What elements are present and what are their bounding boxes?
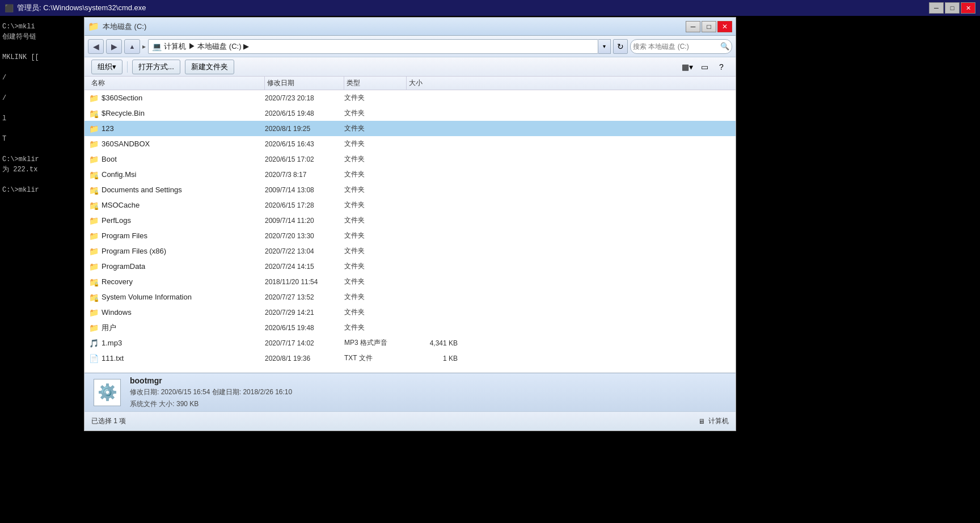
file-date-cell: 2020/7/22 13:04 [265,247,344,255]
file-name-cell: 📁 Program Files [89,231,265,241]
table-row[interactable]: 📁 🔒 Documents and Settings 2009/7/14 13:… [85,182,736,197]
file-type-cell: 文件夹 [344,185,407,195]
file-date-cell: 2020/6/15 16:43 [265,140,344,148]
explorer-window: 📁 本地磁盘 (C:) ─ □ ✕ ◀ ▶ ▲ ▸ 💻 计算机 ▶ 本地磁盘 (… [84,17,736,431]
file-name-cell: 📁 🔒 $Recycle.Bin [89,109,265,118]
table-row[interactable]: 📁 Program Files (x86) 2020/7/22 13:04 文件… [85,243,736,259]
table-row[interactable]: 📁 ProgramData 2020/7/24 14:15 文件夹 [85,259,736,274]
column-header-name[interactable]: 名称 [89,77,265,90]
cmd-maximize-button[interactable]: □ [945,2,960,14]
address-dropdown-button[interactable]: ▾ [598,39,611,54]
table-row[interactable]: 📁 🔒 Config.Msi 2020/7/3 8:17 文件夹 [85,167,736,182]
file-name-cell: 📁 🔒 MSOCache [89,201,265,210]
preview-file-icon: ⚙️ [98,383,117,402]
file-type-cell: 文件夹 [344,154,407,164]
folder-icon: 📁 [89,308,98,317]
table-row[interactable]: 📁 🔒 System Volume Information 2020/7/27 … [85,289,736,305]
file-name-text: Windows [102,308,132,317]
forward-button[interactable]: ▶ [106,39,122,54]
file-name-text: 123 [102,124,114,133]
file-name-cell: 📁 $360Section [89,94,265,103]
file-name-cell: 📁 用户 [89,323,265,333]
file-name-text: ProgramData [102,262,145,271]
file-name-cell: 📁 Program Files (x86) [89,247,265,256]
file-type-cell: 文件夹 [344,216,407,225]
cmd-controls: ─ □ ✕ [929,2,975,14]
table-row[interactable]: 📁 123 2020/8/1 19:25 文件夹 [85,121,736,136]
file-date-cell: 2009/7/14 11:20 [265,217,344,225]
table-row[interactable]: 📁 PerfLogs 2009/7/14 11:20 文件夹 [85,213,736,228]
file-date-cell: 2020/7/27 13:52 [265,293,344,301]
file-date-cell: 2020/6/15 17:02 [265,155,344,163]
table-row[interactable]: 📄 111.txt 2020/8/1 19:36 TXT 文件 1 KB [85,351,736,366]
navigation-bar: ◀ ▶ ▲ ▸ 💻 计算机 ▶ 本地磁盘 (C:) ▶ ▾ ↻ 🔍 [85,36,736,57]
folder-icon: 📁 [89,247,98,256]
table-row[interactable]: 📁 🔒 MSOCache 2020/6/15 17:28 文件夹 [85,197,736,213]
table-row[interactable]: 📁 🔒 $Recycle.Bin 2020/6/15 19:48 文件夹 [85,106,736,121]
file-name-cell: 🎵 1.mp3 [89,339,265,348]
explorer-title: 本地磁盘 (C:) [103,22,146,32]
preview-meta-1: 修改日期: 2020/6/15 16:54 创建日期: 2018/2/26 16… [130,387,292,397]
file-type-cell: TXT 文件 [344,353,407,363]
table-row[interactable]: 📁 Boot 2020/6/15 17:02 文件夹 [85,151,736,167]
file-name-cell: 📁 🔒 Documents and Settings [89,185,265,195]
table-row[interactable]: 📁 $360Section 2020/7/23 20:18 文件夹 [85,90,736,106]
file-name-text: 360SANDBOX [102,140,150,148]
preview-filename: bootmgr [130,376,292,385]
table-row[interactable]: 📁 🔒 Recovery 2018/11/20 11:54 文件夹 [85,274,736,289]
file-date-cell: 2020/7/29 14:21 [265,309,344,317]
column-header-size[interactable]: 大小 [407,77,458,90]
view-toggle-button[interactable]: ▦▾ [680,60,695,74]
file-name-text: Boot [102,155,117,163]
explorer-minimize-button[interactable]: ─ [686,21,700,32]
cmd-minimize-button[interactable]: ─ [929,2,944,14]
cmd-close-button[interactable]: ✕ [961,2,975,14]
explorer-close-button[interactable]: ✕ [717,21,732,32]
file-name-text: $360Section [102,94,142,102]
search-box[interactable]: 🔍 [630,39,732,54]
preview-pane-button[interactable]: ▭ [697,60,712,74]
folder-icon: 📁 [89,140,98,149]
table-row[interactable]: 📁 360SANDBOX 2020/6/15 16:43 文件夹 [85,136,736,151]
explorer-maximize-button[interactable]: □ [702,21,716,32]
file-type-cell: 文件夹 [344,108,407,118]
cmd-title: 管理员: C:\Windows\system32\cmd.exe [17,3,929,13]
new-folder-button[interactable]: 新建文件夹 [185,60,234,74]
folder-icon: 📁 [89,94,98,103]
file-name-cell: 📁 🔒 System Volume Information [89,293,265,302]
file-date-cell: 2018/11/20 11:54 [265,278,344,286]
organize-button[interactable]: 组织▾ [91,60,122,74]
preview-meta-2: 系统文件 大小: 390 KB [130,399,292,409]
address-bar[interactable]: 💻 计算机 ▶ 本地磁盘 (C:) ▶ [148,39,598,54]
file-name-cell: 📁 123 [89,124,265,133]
up-button[interactable]: ▲ [124,39,140,54]
refresh-button[interactable]: ↻ [613,39,628,54]
table-row[interactable]: 📁 Program Files 2020/7/20 13:30 文件夹 [85,228,736,243]
column-header-date[interactable]: 修改日期 [265,77,344,90]
open-with-button[interactable]: 打开方式... [132,60,180,74]
file-date-cell: 2020/7/20 13:30 [265,232,344,240]
search-input[interactable] [633,43,720,50]
file-list[interactable]: 📁 $360Section 2020/7/23 20:18 文件夹 📁 🔒 $R… [85,90,736,373]
search-icon[interactable]: 🔍 [720,42,729,50]
file-name-text: MSOCache [102,201,140,209]
back-button[interactable]: ◀ [88,39,104,54]
locked-folder-icon: 📁 🔒 [89,293,98,302]
address-icon: ▸ [142,43,146,50]
table-row[interactable]: 📁 Windows 2020/7/29 14:21 文件夹 [85,305,736,320]
table-row[interactable]: 🎵 1.mp3 2020/7/17 14:02 MP3 格式声音 4,341 K… [85,335,736,351]
toolbar: 组织▾ 打开方式... 新建文件夹 ▦▾ ▭ ? [85,57,736,77]
folder-icon: 📁 [89,124,98,133]
status-text: 已选择 1 项 [91,416,126,426]
file-date-cell: 2020/7/24 14:15 [265,263,344,271]
file-name-cell: 📁 Windows [89,308,265,317]
explorer-folder-icon: 📁 [88,21,99,32]
column-header-type[interactable]: 类型 [344,77,407,90]
main-content: 名称 修改日期 类型 大小 📁 $360Section 2020/7/23 20… [85,77,736,373]
help-button[interactable]: ? [714,60,729,74]
file-date-cell: 2020/8/1 19:36 [265,355,344,362]
file-date-cell: 2020/7/23 20:18 [265,94,344,102]
locked-folder-icon: 📁 🔒 [89,109,98,118]
file-name-text: PerfLogs [102,216,131,225]
table-row[interactable]: 📁 用户 2020/6/15 19:48 文件夹 [85,320,736,335]
